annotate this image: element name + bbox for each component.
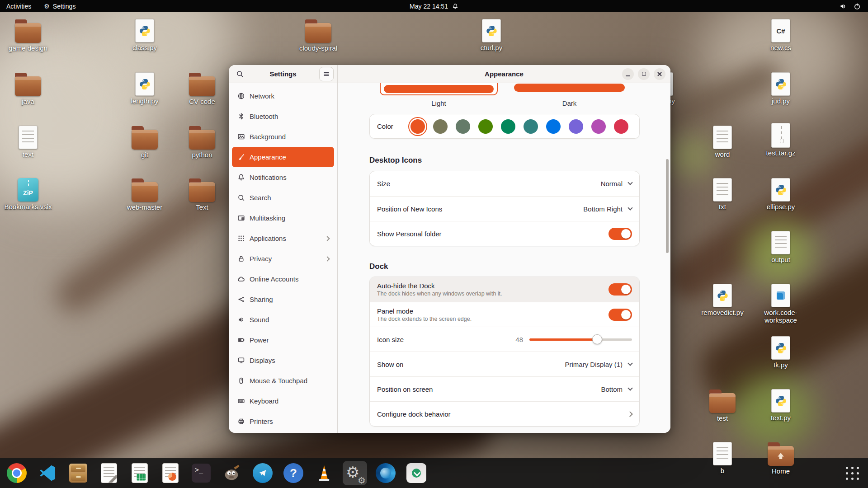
desktop-icon-new-cs[interactable]: C#new.cs [754, 18, 808, 52]
settings-row-size[interactable]: SizeNormal [370, 171, 639, 196]
desktop-icon-python[interactable]: python [175, 125, 229, 159]
sidebar-item-mouse-touchpad[interactable]: Mouse & Touchpad [232, 371, 334, 391]
settings-row-auto-hide-the-dock[interactable]: Auto-hide the DockThe dock hides when an… [370, 277, 639, 302]
desktop-icon-cv-code[interactable]: CV code [175, 71, 229, 106]
style-light-option[interactable] [380, 83, 498, 95]
slider-handle[interactable] [592, 334, 602, 344]
desktop-icon-ellipse-py[interactable]: ellipse.py [754, 177, 808, 211]
dock-terminal-button[interactable]: >_ [189, 461, 213, 485]
minimize-button[interactable] [622, 68, 634, 80]
desktop-icon-txt[interactable]: txt [695, 177, 750, 211]
dropdown-position-on-screen[interactable]: Bottom [601, 385, 632, 393]
settings-row-panel-mode[interactable]: Panel modeThe dock extends to the screen… [370, 302, 639, 327]
dock-help-button[interactable]: ? [281, 461, 306, 485]
dock-settings-button[interactable]: ⚙⚙ [343, 461, 367, 485]
sidebar-item-background[interactable]: Background [232, 127, 334, 147]
sidebar-item-multitasking[interactable]: Multitasking [232, 208, 334, 228]
sidebar-item-privacy[interactable]: Privacy [232, 249, 334, 269]
sidebar-item-notifications[interactable]: Notifications [232, 167, 334, 188]
dropdown-size[interactable]: Normal [601, 180, 632, 188]
desktop-icon-text[interactable]: text [1, 125, 55, 159]
accent-color-blue[interactable] [546, 119, 561, 134]
dock-vscode-button[interactable] [35, 461, 60, 485]
accent-color-bark[interactable] [433, 119, 448, 134]
dock-vlc-button[interactable] [312, 461, 336, 485]
desktop-icon-home[interactable]: Home [754, 441, 808, 475]
dock-blue-swirl-app-button[interactable] [373, 461, 398, 485]
scrollbar[interactable] [666, 159, 669, 253]
sidebar-item-appearance[interactable]: Appearance [232, 147, 334, 167]
desktop-icon-word[interactable]: word [695, 125, 750, 159]
settings-row-configure-dock-behavior[interactable]: Configure dock behavior [370, 401, 639, 426]
accent-color-magenta[interactable] [591, 119, 606, 134]
desktop-icon-jud-py[interactable]: jud.py [754, 71, 808, 105]
desktop-icon-bookmarks-vsix[interactable]: ZiPBookmarks.vsix [1, 177, 55, 211]
desktop-icon-java[interactable]: java [1, 71, 55, 106]
maximize-button[interactable] [638, 68, 650, 80]
menu-button[interactable] [319, 67, 334, 81]
desktop-icon-cloudy-spiral[interactable]: cloudy-spiral [291, 18, 345, 52]
sidebar-item-online-accounts[interactable]: Online Accounts [232, 269, 334, 289]
sidebar-item-sharing[interactable]: Sharing [232, 289, 334, 310]
settings-row-show-personal-folder[interactable]: Show Personal folder [370, 221, 639, 246]
desktop-icon-class-py[interactable]: class.py [118, 18, 172, 52]
toggle-auto-hide-the-dock[interactable] [609, 283, 632, 296]
settings-row-position-on-screen[interactable]: Position on screenBottom [370, 376, 639, 401]
sidebar-item-power[interactable]: Power [232, 330, 334, 350]
style-dark-option[interactable] [514, 84, 625, 92]
accent-color-orange[interactable] [410, 119, 425, 134]
sidebar-item-keyboard[interactable]: Keyboard [232, 391, 334, 411]
window-headerbar[interactable]: Appearance [338, 65, 670, 83]
desktop-icon-cturl-py[interactable]: cturl.py [464, 18, 519, 52]
desktop-icon-removedict-py[interactable]: removedict.py [695, 283, 750, 317]
sidebar-item-search[interactable]: Search [232, 188, 334, 208]
focused-app-indicator[interactable]: ⚙ Settings [44, 3, 75, 10]
desktop-icon-text[interactable]: Text [175, 177, 229, 211]
sidebar-item-printers[interactable]: Printers [232, 411, 334, 432]
dock-software-center-button[interactable] [404, 461, 429, 485]
desktop-icon-test[interactable]: test [695, 388, 750, 422]
settings-row-icon-size[interactable]: Icon size48 [370, 327, 639, 352]
desktop-icon-length-py[interactable]: length.py [118, 71, 172, 105]
clock-menu[interactable]: May 22 14:51 [410, 0, 458, 12]
desktop-icon-tk-py[interactable]: tk.py [754, 335, 808, 369]
dock-gimp-button[interactable] [220, 461, 244, 485]
close-button[interactable] [654, 68, 665, 80]
slider-icon-size[interactable] [529, 334, 632, 344]
dock-libreoffice-impress-button[interactable] [158, 461, 183, 485]
toggle-panel-mode[interactable] [609, 309, 632, 321]
dock-text-editor-button[interactable] [97, 461, 121, 485]
search-button[interactable] [232, 67, 247, 81]
dropdown-position-of-new-icons[interactable]: Bottom Right [583, 205, 632, 213]
desktop-icon-text-py[interactable]: text.py [754, 388, 808, 422]
settings-row-show-on[interactable]: Show onPrimary Display (1) [370, 352, 639, 376]
system-menu[interactable] [840, 0, 868, 12]
toggle-show-personal-folder[interactable] [609, 228, 632, 240]
dock-chrome-button[interactable] [5, 461, 29, 485]
settings-row-position-of-new-icons[interactable]: Position of New IconsBottom Right [370, 196, 639, 221]
desktop-icon-b[interactable]: b [695, 441, 750, 475]
desktop-icon-work-code-workspace[interactable]: work.code-workspace [754, 283, 808, 324]
sidebar-item-applications[interactable]: Applications [232, 228, 334, 249]
dock-libreoffice-calc-button[interactable] [127, 461, 152, 485]
accent-color-prussian-green[interactable] [524, 119, 538, 134]
sidebar-item-displays[interactable]: Displays [232, 350, 334, 371]
sidebar-item-bluetooth[interactable]: Bluetooth [232, 106, 334, 127]
activities-button[interactable]: Activities [6, 3, 31, 10]
desktop-icon-git[interactable]: git [118, 125, 172, 159]
desktop-icon-output[interactable]: output [754, 230, 808, 264]
sidebar-item-sound[interactable]: Sound [232, 310, 334, 330]
desktop-icon-web-master[interactable]: web-master [118, 177, 172, 211]
accent-color-sage[interactable] [456, 119, 470, 134]
dropdown-show-on[interactable]: Primary Display (1) [565, 361, 632, 368]
desktop-icon-test-tar-gz[interactable]: test.tar.gz [754, 123, 808, 157]
accent-color-olive[interactable] [478, 119, 493, 134]
sidebar-item-network[interactable]: Network [232, 86, 334, 106]
accent-color-viridian[interactable] [501, 119, 515, 134]
dock-files-button[interactable] [66, 461, 90, 485]
desktop-icon-game-design[interactable]: game design [1, 18, 55, 52]
dock-blue-round-app-button[interactable] [250, 461, 275, 485]
accent-color-purple[interactable] [569, 119, 583, 134]
show-applications-button[interactable] [842, 463, 863, 483]
accent-color-red[interactable] [614, 119, 628, 134]
